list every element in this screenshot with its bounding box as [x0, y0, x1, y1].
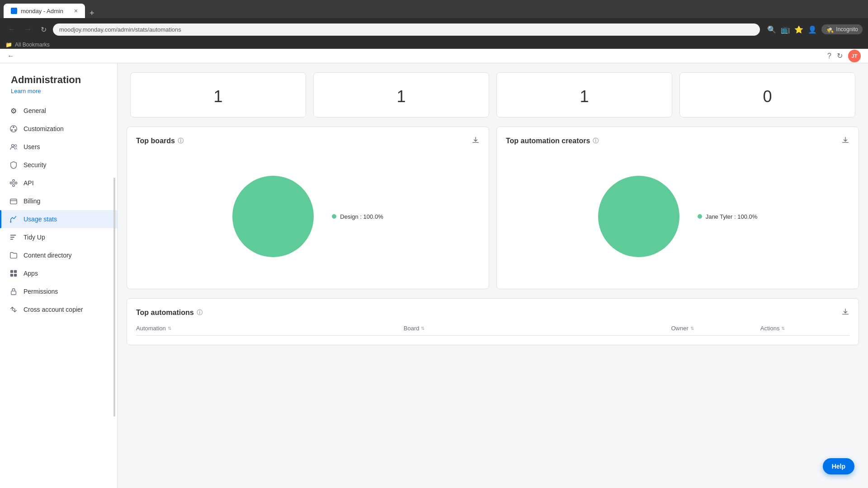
- topbar-refresh-icon[interactable]: ↻: [837, 52, 843, 60]
- svg-point-9: [13, 184, 15, 187]
- browser-chrome: monday - Admin × + ← → ↻ moodjoy.monday.…: [0, 0, 868, 41]
- sidebar-item-security[interactable]: Security: [0, 156, 117, 174]
- top-boards-chart-body: Design : 100.0%: [136, 153, 480, 280]
- top-automation-creators-header: Top automation creators ⓘ: [506, 136, 849, 146]
- stat-card-value-2: 1: [580, 87, 589, 106]
- usage-stats-icon: [9, 215, 18, 224]
- svg-point-1: [13, 127, 14, 128]
- back-button[interactable]: ←: [5, 23, 18, 35]
- top-automations-title-text: Top automations: [136, 309, 194, 317]
- legend-dot-creator-0: [698, 214, 702, 219]
- col-actions: Actions ⇅: [760, 325, 849, 332]
- top-automation-creators-download-icon[interactable]: [841, 136, 849, 146]
- sidebar-learn-more[interactable]: Learn more: [11, 88, 106, 94]
- bookmarks-folder-icon: 📁: [5, 42, 12, 48]
- tidy-up-icon: [9, 233, 18, 242]
- incognito-label: Incognito: [836, 26, 858, 33]
- stat-card-1: 1: [313, 72, 489, 117]
- sidebar-item-label: API: [24, 179, 34, 187]
- sidebar-item-billing[interactable]: Billing: [0, 192, 117, 210]
- svg-rect-13: [10, 237, 14, 238]
- svg-point-2: [11, 129, 13, 131]
- top-boards-pie-chart: [232, 176, 314, 257]
- apps-icon: [9, 269, 18, 278]
- col-owner-sort-icon[interactable]: ⇅: [690, 326, 694, 331]
- incognito-badge: 🕵 Incognito: [821, 24, 863, 34]
- legend-label-0: Design : 100.0%: [340, 213, 383, 220]
- top-boards-title: Top boards ⓘ: [136, 137, 184, 145]
- forward-button[interactable]: →: [22, 23, 34, 35]
- browser-tab-active[interactable]: monday - Admin ×: [4, 4, 85, 18]
- bookmarks-label[interactable]: All Bookmarks: [15, 42, 50, 48]
- sidebar-item-label: Content directory: [24, 252, 72, 259]
- sidebar-item-customization[interactable]: Customization: [0, 120, 117, 138]
- profile-icon[interactable]: 👤: [808, 25, 817, 34]
- svg-point-6: [10, 182, 12, 184]
- top-automation-creators-title-text: Top automation creators: [506, 137, 590, 145]
- legend-item-0: Design : 100.0%: [332, 213, 383, 220]
- bookmark-icon[interactable]: ⭐: [794, 25, 803, 34]
- top-automation-creators-info-icon[interactable]: ⓘ: [593, 137, 599, 145]
- col-automation: Automation ⇅: [136, 325, 404, 332]
- stat-card-0: 1: [130, 72, 306, 117]
- col-owner-label: Owner: [671, 325, 689, 332]
- col-board-sort-icon[interactable]: ⇅: [421, 326, 425, 331]
- sidebar-title: Administration: [11, 74, 106, 86]
- svg-rect-16: [14, 270, 17, 273]
- sidebar-item-tidy-up[interactable]: Tidy Up: [0, 228, 117, 246]
- top-boards-legend: Design : 100.0%: [332, 213, 383, 220]
- customization-icon: [9, 124, 18, 133]
- sidebar-item-api[interactable]: API: [0, 174, 117, 192]
- svg-rect-17: [10, 274, 13, 277]
- address-bar[interactable]: moodjoy.monday.com/admin/stats/automatio…: [53, 23, 760, 36]
- svg-rect-14: [10, 239, 13, 240]
- stat-card-value-3: 0: [763, 87, 772, 106]
- svg-point-4: [12, 145, 14, 147]
- browser-toolbar: ← → ↻ moodjoy.monday.com/admin/stats/aut…: [0, 18, 868, 41]
- sidebar-item-label: Security: [24, 161, 47, 169]
- stat-card-value-1: 1: [396, 87, 406, 106]
- sidebar-item-label: Users: [24, 143, 40, 150]
- sidebar-item-users[interactable]: Users: [0, 138, 117, 156]
- top-boards-download-icon[interactable]: [472, 136, 480, 146]
- sidebar-item-usage-stats[interactable]: Usage stats: [0, 210, 117, 228]
- sidebar-item-label: Apps: [24, 270, 38, 277]
- svg-rect-19: [11, 291, 16, 295]
- col-actions-sort-icon[interactable]: ⇅: [781, 326, 785, 331]
- sidebar: Administration Learn more ⚙ General Cust…: [0, 63, 118, 488]
- col-board-label: Board: [404, 325, 420, 332]
- col-automation-sort-icon[interactable]: ⇅: [168, 326, 171, 331]
- topbar-help-icon[interactable]: ?: [827, 52, 831, 60]
- col-board: Board ⇅: [404, 325, 671, 332]
- app-back-button[interactable]: ←: [7, 52, 14, 60]
- top-boards-info-icon[interactable]: ⓘ: [178, 137, 184, 145]
- incognito-icon: 🕵: [826, 26, 834, 33]
- col-owner: Owner ⇅: [671, 325, 760, 332]
- sidebar-item-general[interactable]: ⚙ General: [0, 102, 117, 120]
- cast-icon[interactable]: 📺: [781, 25, 790, 34]
- sidebar-item-label: Usage stats: [24, 216, 57, 223]
- user-avatar[interactable]: JT: [848, 50, 861, 62]
- new-tab-button[interactable]: +: [85, 9, 99, 18]
- tab-close-button[interactable]: ×: [74, 7, 78, 14]
- sidebar-item-apps[interactable]: Apps: [0, 264, 117, 282]
- top-boards-title-text: Top boards: [136, 137, 175, 145]
- search-icon[interactable]: 🔍: [767, 25, 776, 34]
- topbar-icons: ? ↻ JT: [827, 50, 861, 62]
- reload-button[interactable]: ↻: [38, 23, 49, 36]
- top-automation-creators-title: Top automation creators ⓘ: [506, 137, 599, 145]
- sidebar-item-content-directory[interactable]: Content directory: [0, 246, 117, 264]
- sidebar-item-label: Tidy Up: [24, 234, 45, 241]
- top-automations-info-icon[interactable]: ⓘ: [197, 309, 203, 317]
- bookmarks-bar: 📁 All Bookmarks: [0, 41, 868, 49]
- sidebar-item-label: Cross account copier: [24, 306, 83, 313]
- general-icon: ⚙: [9, 106, 18, 115]
- top-automations-header: Top automations ⓘ: [136, 308, 849, 318]
- app-topbar: ← ? ↻ JT: [0, 49, 868, 63]
- sidebar-item-permissions[interactable]: Permissions: [0, 282, 117, 300]
- top-automations-download-icon[interactable]: [841, 308, 849, 318]
- top-automation-creators-legend: Jane Tyler : 100.0%: [698, 213, 758, 220]
- sidebar-item-label: Billing: [24, 197, 40, 205]
- help-button[interactable]: Help: [823, 458, 854, 474]
- sidebar-item-cross-account-copier[interactable]: Cross account copier: [0, 300, 117, 319]
